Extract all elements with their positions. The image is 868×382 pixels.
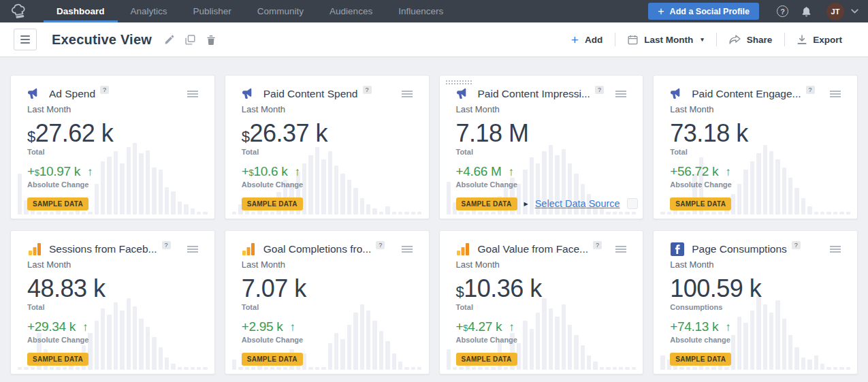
nav-item-audiences[interactable]: Audiences (317, 0, 385, 22)
select-data-source-link[interactable]: Select Data Source (535, 198, 620, 209)
card-title: Paid Content Impressi... (478, 88, 590, 100)
card-menu-icon[interactable] (830, 244, 841, 255)
chevron-down-icon[interactable] (851, 9, 858, 14)
metric-change-label: Absolute Change (670, 180, 841, 189)
help-badge[interactable]: ? (595, 86, 604, 94)
metric-change-label: Absolute Change (242, 180, 413, 189)
sample-data-badge: SAMPLE DATA (670, 197, 731, 210)
help-badge[interactable]: ? (376, 241, 385, 249)
card-menu-icon[interactable] (402, 89, 413, 99)
currency-symbol: $ (242, 128, 250, 145)
up-arrow-icon: ↑ (509, 321, 515, 334)
metric-value: 73.18 k (670, 121, 841, 146)
card-menu-icon[interactable] (615, 244, 626, 255)
sample-data-badge: SAMPLE DATA (27, 353, 89, 366)
sample-data-badge: SAMPLE DATA (27, 197, 89, 210)
share-icon (729, 35, 741, 44)
add-social-profile-button[interactable]: + Add a Social Profile (648, 3, 759, 20)
metric-change-label: Absolute change (670, 336, 841, 344)
metric-change: +$4.27 k↑ (456, 319, 627, 334)
megaphone-icon (456, 86, 470, 101)
notifications-bell-icon[interactable] (801, 6, 811, 17)
metric-value: 48.83 k (27, 276, 198, 302)
metric-value-label: Total (242, 303, 413, 311)
card-menu-icon[interactable] (830, 89, 841, 99)
edit-pencil-icon[interactable] (164, 35, 174, 45)
nav-item-analytics[interactable]: Analytics (118, 0, 180, 22)
metric-card: Paid Content Impressi... ? Last Month 7.… (439, 75, 644, 219)
primary-nav: Dashboard Analytics Publisher Community … (44, 0, 456, 22)
card-select-checkbox[interactable] (627, 198, 638, 209)
date-range-button[interactable]: Last Month ▾ (615, 35, 716, 45)
nav-item-publisher[interactable]: Publisher (180, 0, 244, 22)
add-button[interactable]: + Add (559, 33, 615, 46)
export-button[interactable]: Export (785, 35, 854, 45)
card-title: Ad Spend (49, 88, 95, 100)
metric-value-label: Consumptions (670, 303, 841, 311)
card-menu-icon[interactable] (615, 89, 626, 99)
sample-data-badge: SAMPLE DATA (456, 353, 517, 366)
metric-change: +4.66 M↑ (456, 164, 627, 179)
metric-value: 100.59 k (670, 276, 841, 302)
card-menu-icon[interactable] (187, 89, 198, 99)
drag-grip-dots-icon[interactable] (445, 80, 472, 85)
card-period: Last Month (670, 259, 841, 270)
card-title: Page Consumptions (692, 243, 787, 255)
dashboard-body: Ad Spend ? Last Month $27.62 k Total +$1… (0, 75, 868, 375)
metric-change-label: Absolute Change (242, 336, 413, 344)
triangle-right-icon: ▶ (524, 201, 528, 207)
metric-cards-grid: Ad Spend ? Last Month $27.62 k Total +$1… (10, 75, 858, 375)
metric-value: $26.37 k (242, 121, 413, 146)
metric-change: +$10.97 k↑ (27, 164, 198, 179)
up-arrow-icon: ↑ (725, 165, 731, 178)
card-period: Last Month (27, 104, 198, 114)
analytics-bars-icon (27, 242, 42, 256)
facebook-icon (670, 242, 684, 256)
up-arrow-icon: ↑ (294, 165, 300, 178)
card-period: Last Month (242, 104, 413, 114)
plus-icon: + (658, 6, 664, 17)
megaphone-icon (27, 86, 42, 101)
metric-value-label: Total (27, 303, 198, 311)
help-badge[interactable]: ? (162, 241, 171, 249)
up-arrow-icon: ↑ (290, 321, 296, 334)
app-logo-chef-hat-icon[interactable] (11, 0, 29, 22)
metric-card: Paid Content Engage... ? Last Month 73.1… (653, 75, 858, 219)
user-avatar[interactable]: JT (826, 3, 844, 20)
metric-card: Paid Content Spend ? Last Month $26.37 k… (225, 75, 430, 219)
nav-item-influencers[interactable]: Influencers (385, 0, 456, 22)
metric-change-label: Absolute Change (456, 336, 627, 344)
up-arrow-icon: ↑ (509, 165, 515, 178)
up-arrow-icon: ↑ (725, 321, 731, 334)
delete-trash-icon[interactable] (206, 35, 216, 45)
nav-right-cluster: + Add a Social Profile ? JT (648, 0, 868, 22)
help-icon[interactable]: ? (777, 5, 788, 17)
card-title: Sessions from Faceb... (49, 243, 157, 255)
dashboard-list-menu-button[interactable] (14, 29, 37, 50)
up-arrow-icon: ↑ (82, 321, 89, 334)
metric-change-label: Absolute Change (27, 180, 198, 189)
view-toolbar: Executive View + Add Last Month ▾ (0, 22, 868, 57)
card-menu-icon[interactable] (187, 244, 198, 255)
help-badge[interactable]: ? (806, 86, 815, 94)
metric-value-label: Total (27, 148, 198, 156)
help-badge[interactable]: ? (363, 86, 372, 94)
metric-change: +56.72 k↑ (670, 164, 841, 179)
megaphone-icon (242, 86, 256, 101)
card-menu-icon[interactable] (402, 244, 413, 255)
title-actions (164, 35, 216, 45)
metric-value-label: Total (456, 148, 627, 156)
megaphone-icon (670, 86, 684, 101)
duplicate-copy-icon[interactable] (185, 35, 195, 45)
currency-symbol: $ (27, 128, 35, 145)
share-button[interactable]: Share (717, 35, 785, 45)
nav-item-dashboard[interactable]: Dashboard (44, 0, 118, 22)
help-badge[interactable]: ? (100, 86, 109, 94)
metric-value: $27.62 k (27, 121, 198, 146)
currency-symbol: $ (456, 283, 464, 300)
metric-value-label: Total (242, 148, 413, 156)
sample-data-badge: SAMPLE DATA (456, 197, 517, 210)
help-badge[interactable]: ? (593, 241, 602, 249)
help-badge[interactable]: ? (792, 241, 801, 249)
nav-item-community[interactable]: Community (244, 0, 317, 22)
